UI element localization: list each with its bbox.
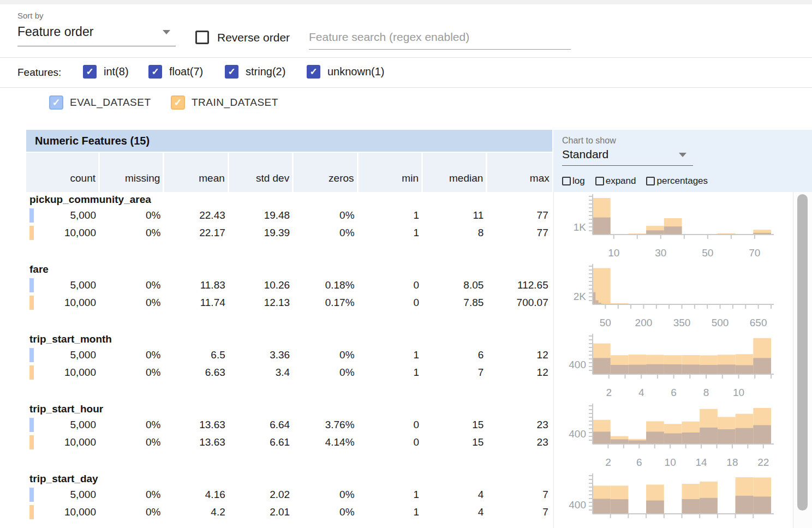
stats-row-train: 10,0000%4.22.010%147 bbox=[26, 503, 552, 521]
feature-type-checkbox[interactable]: ✓ bbox=[83, 65, 97, 79]
y-axis-label: 400 bbox=[569, 359, 586, 370]
numeric-features-header: Numeric Features (15) bbox=[26, 130, 552, 152]
reverse-order-checkbox[interactable] bbox=[195, 31, 209, 44]
cell-min: 1 bbox=[359, 367, 423, 379]
x-tick-label: 200 bbox=[635, 317, 653, 328]
chart-option-log-checkbox[interactable] bbox=[562, 177, 571, 185]
dataset-checkbox[interactable]: ✓ bbox=[49, 95, 63, 110]
feature-type-unknown1: ✓unknown(1) bbox=[307, 65, 385, 79]
cell-count: 10,000 bbox=[26, 297, 100, 309]
cell-median: 7 bbox=[423, 367, 487, 379]
chart-to-show-panel: Chart to show Standard logexpandpercenta… bbox=[553, 130, 812, 192]
cell-max: 112.65 bbox=[487, 279, 552, 291]
cell-zeros: 4.14% bbox=[294, 436, 358, 448]
cell-count: 5,000 bbox=[26, 279, 100, 291]
cell-min: 1 bbox=[359, 506, 423, 518]
check-icon: ✓ bbox=[151, 66, 159, 77]
train-dataset-swatch bbox=[29, 435, 34, 449]
check-icon: ✓ bbox=[309, 66, 317, 77]
cell-min: 0 bbox=[359, 297, 423, 309]
cell-max: 77 bbox=[487, 227, 552, 239]
cell-missing: 0% bbox=[100, 489, 164, 501]
column-header-std-dev: std dev bbox=[229, 153, 294, 192]
cell-zeros: 0.17% bbox=[294, 297, 358, 309]
eval-dataset-swatch bbox=[29, 488, 34, 502]
histogram-bar-eval_dataset bbox=[753, 358, 771, 374]
top-strip bbox=[0, 0, 812, 4]
stats-row-eval: 5,0000%4.162.020%147 bbox=[26, 486, 552, 503]
histogram-bar-eval_dataset bbox=[700, 428, 718, 444]
chart-option-expand-checkbox[interactable] bbox=[595, 177, 604, 185]
cell-median: 15 bbox=[423, 436, 487, 448]
cell-min: 1 bbox=[359, 349, 423, 361]
train-dataset-swatch bbox=[29, 365, 34, 380]
column-header-max: max bbox=[487, 153, 552, 192]
scrollbar-thumb[interactable] bbox=[797, 194, 808, 511]
feature-search bbox=[309, 28, 571, 50]
column-header-row: countmissingmeanstd devzerosminmedianmax bbox=[26, 153, 552, 192]
histogram-bar-eval_dataset bbox=[753, 496, 771, 514]
cell-zeros: 0% bbox=[294, 209, 358, 221]
feature-search-input[interactable] bbox=[309, 28, 571, 50]
y-axis-label: 400 bbox=[569, 499, 586, 511]
stats-row-train: 10,0000%6.633.40%1712 bbox=[26, 364, 552, 381]
stats-row-train: 10,0000%13.636.614.14%01523 bbox=[26, 434, 552, 451]
cell-zeros: 0% bbox=[294, 506, 358, 518]
cell-zeros: 0.18% bbox=[294, 279, 358, 291]
sort-by-dropdown[interactable]: Feature order bbox=[17, 25, 176, 46]
x-tick-label: 10 bbox=[665, 457, 676, 468]
x-tick-label: 10 bbox=[733, 387, 744, 398]
chart-option-percentages-checkbox[interactable] bbox=[646, 177, 655, 185]
y-axis-label: 400 bbox=[569, 428, 586, 440]
feature-block-fare: fare5,0000%11.8310.260.18%08.05112.6510,… bbox=[26, 262, 552, 332]
histogram-bar-eval_dataset bbox=[593, 431, 611, 444]
feature-name: trip_start_day bbox=[26, 471, 552, 486]
dataset-toggle-eval_dataset: ✓EVAL_DATASET bbox=[49, 95, 151, 110]
eval-dataset-swatch bbox=[29, 208, 34, 223]
histogram-bar-eval_dataset bbox=[718, 429, 736, 444]
histogram-trip_start_hour: 4002610141822 bbox=[554, 401, 797, 471]
feature-type-checkbox[interactable]: ✓ bbox=[148, 65, 162, 79]
histogram-bar-eval_dataset bbox=[736, 428, 754, 444]
cell-count: 10,000 bbox=[26, 436, 100, 448]
histogram-bar-eval_dataset bbox=[646, 364, 664, 374]
cell-missing: 0% bbox=[100, 506, 164, 518]
cell-mean: 6.63 bbox=[164, 367, 229, 379]
feature-type-int8: ✓int(8) bbox=[83, 65, 129, 79]
cell-std-dev: 10.26 bbox=[229, 279, 294, 291]
sort-by-label: Sort by bbox=[17, 11, 176, 20]
cell-median: 8.05 bbox=[423, 279, 487, 291]
cell-min: 0 bbox=[359, 279, 423, 291]
x-tick-label: 650 bbox=[750, 317, 767, 328]
feature-type-filters: Features: ✓int(8)✓float(7)✓string(2)✓unk… bbox=[0, 58, 812, 87]
feature-block-trip_start_day: trip_start_day5,0000%4.162.020%14710,000… bbox=[26, 471, 552, 528]
chart-type-value: Standard bbox=[562, 148, 608, 160]
histogram-fare: 2K50200350500650 bbox=[554, 262, 797, 332]
cell-median: 4 bbox=[423, 506, 487, 518]
feature-type-string2: ✓string(2) bbox=[225, 65, 285, 79]
x-tick-label: 50 bbox=[702, 247, 713, 259]
histogram-pickup_community_area: 1K10305070 bbox=[554, 192, 797, 262]
check-icon: ✓ bbox=[86, 66, 93, 77]
cell-mean: 22.17 bbox=[164, 227, 229, 239]
dataset-checkbox[interactable]: ✓ bbox=[171, 95, 185, 110]
feature-type-label: int(8) bbox=[104, 65, 129, 78]
eval-dataset-swatch bbox=[29, 348, 34, 362]
feature-name: fare bbox=[26, 262, 552, 277]
feature-type-checkbox[interactable]: ✓ bbox=[307, 65, 320, 79]
cell-count: 5,000 bbox=[26, 349, 100, 361]
histogram-bar-eval_dataset bbox=[646, 230, 664, 235]
cell-median: 11 bbox=[423, 209, 487, 221]
cell-min: 0 bbox=[359, 419, 423, 431]
chart-type-dropdown[interactable]: Standard bbox=[562, 148, 693, 166]
cell-median: 8 bbox=[423, 227, 487, 239]
histogram-bar-eval_dataset bbox=[736, 496, 754, 514]
chart-option-label: expand bbox=[606, 176, 636, 187]
cell-median: 4 bbox=[423, 489, 487, 501]
cell-min: 1 bbox=[359, 489, 423, 501]
column-header-min: min bbox=[359, 153, 423, 192]
feature-type-checkbox[interactable]: ✓ bbox=[225, 65, 238, 79]
sort-by-control: Sort by Feature order bbox=[17, 11, 176, 46]
histogram-bar-eval_dataset bbox=[611, 439, 629, 444]
cell-std-dev: 6.64 bbox=[229, 419, 294, 431]
